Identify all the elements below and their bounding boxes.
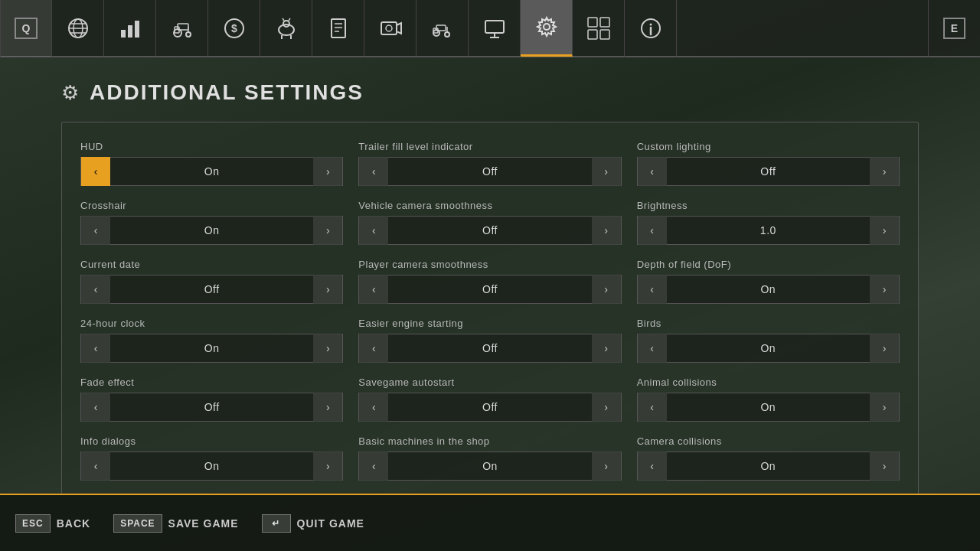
setting-value: On: [110, 460, 313, 472]
setting-label: Trailer fill level indicator: [358, 141, 621, 152]
setting-row: Player camera smoothness‹Off›: [358, 259, 621, 304]
svg-rect-21: [332, 19, 345, 37]
nav-stats[interactable]: [104, 0, 156, 57]
increase-button[interactable]: ›: [870, 393, 899, 422]
increase-button[interactable]: ›: [870, 275, 899, 304]
page-title: ADDITIONAL SETTINGS: [90, 80, 364, 105]
decrease-button[interactable]: ‹: [359, 452, 388, 481]
increase-button[interactable]: ›: [313, 393, 342, 422]
decrease-button[interactable]: ‹: [638, 275, 667, 304]
nav-finances[interactable]: $: [208, 0, 260, 57]
decrease-button[interactable]: ‹: [81, 157, 110, 186]
increase-button[interactable]: ›: [313, 275, 342, 304]
enter-key: ↵: [262, 514, 291, 533]
svg-point-27: [386, 25, 392, 31]
space-key: SPACE: [113, 514, 162, 533]
setting-row: HUD‹On›: [80, 141, 343, 186]
setting-row: Custom lighting‹Off›: [637, 141, 900, 186]
nav-settings[interactable]: [521, 0, 573, 57]
quit-label: QUIT GAME: [297, 517, 364, 530]
svg-rect-7: [135, 21, 139, 37]
nav-multiplayer[interactable]: [416, 0, 469, 57]
increase-button[interactable]: ›: [592, 275, 621, 304]
decrease-button[interactable]: ‹: [359, 216, 388, 245]
increase-button[interactable]: ›: [870, 157, 899, 186]
setting-label: Birds: [637, 318, 900, 329]
setting-value: Off: [388, 165, 591, 178]
increase-button[interactable]: ›: [870, 216, 899, 245]
decrease-button[interactable]: ‹: [81, 216, 110, 245]
nav-log[interactable]: [364, 0, 416, 57]
setting-label: HUD: [80, 141, 343, 152]
settings-panel: HUD‹On›Crosshair‹On›Current date‹Off›24-…: [61, 122, 919, 494]
setting-label: Vehicle camera smoothness: [358, 200, 621, 211]
page-title-row: ⚙ ADDITIONAL SETTINGS: [61, 80, 919, 105]
decrease-button[interactable]: ‹: [638, 393, 667, 422]
setting-value: Off: [388, 283, 591, 295]
setting-label: Animal collisions: [637, 377, 900, 388]
setting-control: ‹On›: [637, 452, 900, 481]
nav-info[interactable]: [625, 0, 677, 57]
svg-rect-40: [600, 30, 609, 39]
setting-control: ‹Off›: [358, 393, 621, 422]
decrease-button[interactable]: ‹: [638, 452, 667, 481]
decrease-button[interactable]: ‹: [359, 334, 388, 363]
setting-row: Savegame autostart‹Off›: [358, 377, 621, 422]
nav-display[interactable]: [469, 0, 521, 57]
setting-label: Fade effect: [80, 377, 343, 388]
increase-button[interactable]: ›: [313, 452, 342, 481]
decrease-button[interactable]: ‹: [81, 393, 110, 422]
decrease-button[interactable]: ‹: [359, 157, 388, 186]
setting-value: On: [388, 460, 591, 472]
setting-control: ‹Off›: [358, 157, 621, 186]
nav-animals[interactable]: [260, 0, 312, 57]
setting-control: ‹On›: [637, 393, 900, 422]
svg-rect-25: [381, 22, 397, 34]
setting-label: Basic machines in the shop: [358, 435, 621, 447]
back-action[interactable]: ESC BACK: [15, 514, 90, 533]
setting-label: Custom lighting: [637, 141, 900, 152]
nav-players[interactable]: [573, 0, 625, 57]
save-label: SAVE GAME: [168, 517, 239, 530]
setting-row: 24-hour clock‹On›: [80, 318, 343, 363]
svg-text:$: $: [231, 22, 237, 34]
setting-label: Savegame autostart: [358, 377, 621, 388]
setting-row: Basic machines in the shop‹On›: [358, 435, 621, 481]
nav-vehicles[interactable]: [156, 0, 208, 57]
top-nav: Q $ E: [0, 0, 980, 57]
nav-contracts[interactable]: [312, 0, 364, 57]
nav-key-e[interactable]: E: [928, 0, 980, 57]
decrease-button[interactable]: ‹: [638, 334, 667, 363]
quit-action[interactable]: ↵ QUIT GAME: [262, 514, 364, 533]
increase-button[interactable]: ›: [592, 393, 621, 422]
save-action[interactable]: SPACE SAVE GAME: [113, 514, 238, 533]
decrease-button[interactable]: ‹: [638, 216, 667, 245]
increase-button[interactable]: ›: [592, 216, 621, 245]
setting-label: Brightness: [637, 200, 900, 211]
nav-key-q[interactable]: Q: [0, 0, 52, 57]
decrease-button[interactable]: ‹: [359, 393, 388, 422]
setting-value: 1.0: [667, 224, 870, 236]
setting-row: Crosshair‹On›: [80, 200, 343, 245]
increase-button[interactable]: ›: [592, 157, 621, 186]
increase-button[interactable]: ›: [592, 334, 621, 363]
decrease-button[interactable]: ‹: [81, 452, 110, 481]
decrease-button[interactable]: ‹: [81, 334, 110, 363]
nav-globe[interactable]: [52, 0, 104, 57]
increase-button[interactable]: ›: [870, 334, 899, 363]
increase-button[interactable]: ›: [313, 334, 342, 363]
decrease-button[interactable]: ‹: [81, 275, 110, 304]
setting-control: ‹On›: [80, 452, 343, 481]
increase-button[interactable]: ›: [870, 452, 899, 481]
setting-value: Off: [110, 283, 313, 295]
increase-button[interactable]: ›: [313, 216, 342, 245]
decrease-button[interactable]: ‹: [638, 157, 667, 186]
setting-row: Trailer fill level indicator‹Off›: [358, 141, 621, 186]
decrease-button[interactable]: ‹: [359, 275, 388, 304]
setting-control: ‹Off›: [80, 393, 343, 422]
settings-col-2: Custom lighting‹Off›Brightness‹1.0›Depth…: [637, 141, 900, 494]
increase-button[interactable]: ›: [592, 452, 621, 481]
back-label: BACK: [57, 517, 90, 530]
svg-rect-38: [588, 30, 597, 39]
increase-button[interactable]: ›: [313, 157, 342, 186]
